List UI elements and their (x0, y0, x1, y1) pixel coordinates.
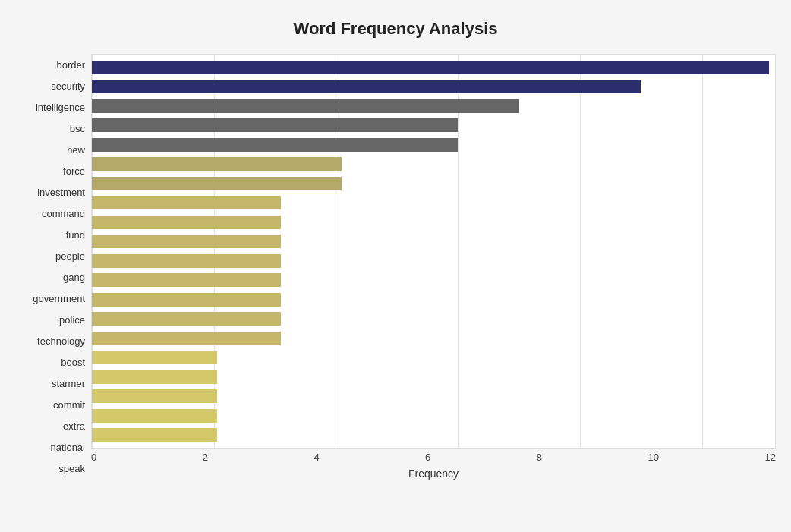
bar (92, 332, 281, 345)
x-ticks: 024681012 (91, 449, 776, 464)
x-axis-label: Frequency (91, 467, 776, 480)
y-label: force (63, 166, 85, 176)
bar-row (92, 408, 775, 424)
x-axis: 024681012 Frequency (91, 449, 776, 480)
bar-row (92, 117, 775, 134)
y-label: border (56, 60, 85, 70)
x-tick: 2 (203, 452, 208, 463)
y-label: new (67, 145, 85, 155)
x-tick: 6 (425, 452, 430, 463)
bar-row (92, 291, 775, 308)
bar (92, 312, 281, 326)
bar (92, 196, 281, 209)
y-label: starmer (52, 379, 85, 389)
y-axis: bordersecurityintelligencebscnewforceinv… (15, 54, 91, 480)
y-label: extra (63, 421, 85, 431)
bar (92, 351, 217, 364)
chart-title: Word Frequency Analysis (15, 15, 776, 39)
bar-row (92, 156, 775, 172)
bar (92, 293, 281, 307)
bar (92, 118, 458, 132)
bars-area (91, 54, 776, 449)
bar (92, 389, 217, 403)
y-label: commit (53, 400, 85, 410)
bar (92, 428, 217, 442)
x-tick: 4 (314, 452, 319, 463)
bar-row (92, 427, 775, 443)
bar-row (92, 78, 775, 95)
chart-area: bordersecurityintelligencebscnewforceinv… (15, 54, 776, 480)
y-label: government (33, 294, 85, 304)
x-tick: 0 (91, 452, 96, 463)
bar-row (92, 310, 775, 327)
chart-container: Word Frequency Analysis bordersecurityin… (0, 0, 791, 532)
bar-row (92, 194, 775, 211)
x-tick: 10 (648, 452, 659, 463)
bar (92, 80, 641, 93)
y-label: speak (58, 464, 85, 474)
bars-and-xaxis: 024681012 Frequency (91, 54, 776, 480)
bar-row (92, 175, 775, 192)
bar (92, 61, 769, 74)
y-label: boost (61, 357, 85, 367)
y-label: people (55, 251, 85, 261)
bar (92, 157, 342, 171)
bar-row (92, 137, 775, 153)
y-label: police (59, 315, 85, 325)
bar-row (92, 98, 775, 115)
y-label: national (50, 442, 85, 452)
bar-row (92, 330, 775, 347)
y-label: fund (66, 230, 85, 240)
bar-row (92, 272, 775, 288)
bar (92, 177, 342, 190)
bar-row (92, 388, 775, 405)
x-tick: 8 (537, 452, 542, 463)
bar-row (92, 349, 775, 366)
bar (92, 138, 458, 152)
bar-row (92, 214, 775, 231)
y-label: investment (37, 187, 85, 197)
y-label: technology (37, 336, 85, 346)
y-label: bsc (70, 124, 85, 134)
bar (92, 99, 519, 113)
bar (92, 216, 281, 229)
y-label: gang (63, 272, 85, 282)
y-label: command (42, 209, 85, 219)
bar (92, 370, 217, 384)
x-tick: 12 (764, 452, 775, 463)
bar (92, 273, 281, 287)
bar-row (92, 233, 775, 250)
bar-row (92, 59, 775, 76)
bar (92, 409, 217, 423)
bar (92, 254, 281, 268)
bar-row (92, 253, 775, 269)
y-label: security (51, 81, 85, 91)
y-label: intelligence (36, 102, 85, 112)
bar-row (92, 369, 775, 386)
bar (92, 235, 281, 248)
